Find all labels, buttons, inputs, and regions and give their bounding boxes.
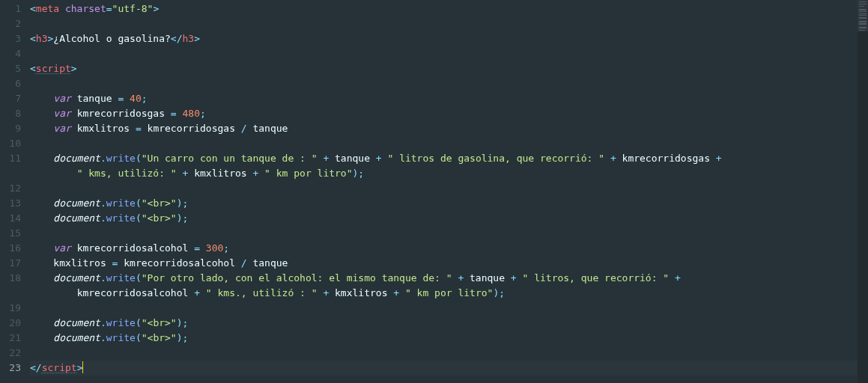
code-line[interactable]: var kmrecorridosalcohol = 300; <box>30 241 858 256</box>
line-number: 16 <box>0 241 21 256</box>
code-line[interactable]: kmxlitros = kmrecorridosalcohol / tanque <box>30 256 858 271</box>
line-number: 23 <box>0 361 21 376</box>
code-line[interactable]: document.write("<br>"); <box>30 316 858 331</box>
code-area[interactable]: <meta charset="utf-8"> <h3>¿Alcohol o ga… <box>30 0 858 383</box>
line-number: 19 <box>0 301 21 316</box>
code-editor[interactable]: 1234567891011121314151617181920212223 <m… <box>0 0 858 383</box>
minimap[interactable] <box>858 0 868 383</box>
code-line[interactable]: var kmrecorridosgas = 480; <box>30 106 858 121</box>
code-line[interactable] <box>30 76 858 91</box>
code-line[interactable]: kmrecorridosalcohol + " kms., utilizó : … <box>30 286 858 301</box>
line-number: 14 <box>0 211 21 226</box>
line-number: 8 <box>0 106 21 121</box>
line-number: 18 <box>0 271 21 286</box>
code-line[interactable] <box>30 301 858 316</box>
line-number: 9 <box>0 121 21 136</box>
code-line[interactable]: document.write("<br>"); <box>30 331 858 346</box>
code-line[interactable]: document.write("<br>"); <box>30 196 858 211</box>
line-number: 4 <box>0 46 21 61</box>
code-line[interactable]: var tanque = 40; <box>30 91 858 106</box>
code-line[interactable] <box>30 136 858 151</box>
code-line[interactable]: document.write("Por otro lado, con el al… <box>30 271 858 286</box>
line-number: 20 <box>0 316 21 331</box>
code-line[interactable] <box>30 16 858 31</box>
line-number: 7 <box>0 91 21 106</box>
line-number: 10 <box>0 136 21 151</box>
line-number: 2 <box>0 16 21 31</box>
line-number <box>0 286 21 301</box>
code-line[interactable]: document.write("Un carro con un tanque d… <box>30 151 858 166</box>
line-number: 5 <box>0 61 21 76</box>
code-line[interactable]: </script> <box>30 361 858 376</box>
code-line[interactable]: <script> <box>30 61 858 76</box>
code-line[interactable] <box>30 46 858 61</box>
line-number: 11 <box>0 151 21 166</box>
line-number: 12 <box>0 181 21 196</box>
code-line[interactable]: document.write("<br>"); <box>30 211 858 226</box>
line-number: 15 <box>0 226 21 241</box>
line-number: 1 <box>0 1 21 16</box>
code-line[interactable]: " kms, utilizó: " + kmxlitros + " km por… <box>30 166 858 181</box>
code-line[interactable] <box>30 181 858 196</box>
line-number: 22 <box>0 346 21 361</box>
line-number: 6 <box>0 76 21 91</box>
code-line[interactable]: <h3>¿Alcohol o gasolina?</h3> <box>30 31 858 46</box>
code-line[interactable] <box>30 226 858 241</box>
code-line[interactable] <box>30 346 858 361</box>
line-number: 13 <box>0 196 21 211</box>
line-number <box>0 166 21 181</box>
code-line[interactable]: var kmxlitros = kmrecorridosgas / tanque <box>30 121 858 136</box>
line-number: 21 <box>0 331 21 346</box>
line-number: 3 <box>0 31 21 46</box>
line-number: 17 <box>0 256 21 271</box>
line-number-gutter: 1234567891011121314151617181920212223 <box>0 0 30 383</box>
code-line[interactable]: <meta charset="utf-8"> <box>30 1 858 16</box>
